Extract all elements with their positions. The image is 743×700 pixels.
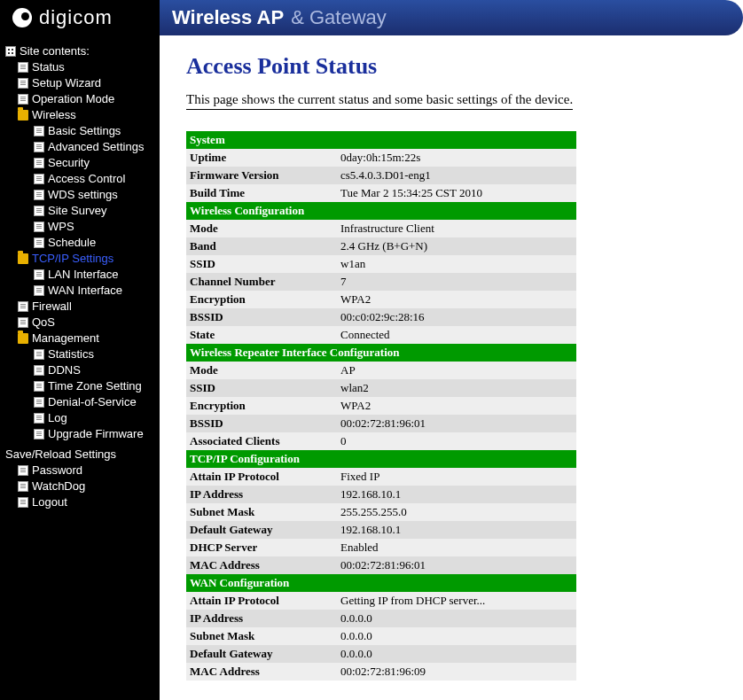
page-icon — [34, 413, 44, 424]
tree-item-link[interactable]: Log — [48, 410, 67, 426]
tree-item-row[interactable]: Advanced Settings — [5, 139, 154, 155]
tree-item-row[interactable]: QoS — [5, 315, 154, 331]
tree-item-link[interactable]: Access Control — [48, 171, 125, 187]
tree-item-link[interactable]: Statistics — [48, 346, 94, 362]
tree-item[interactable]: Access Control — [5, 171, 154, 187]
tree-item[interactable]: WatchDog — [5, 478, 154, 494]
tree-item[interactable]: Statistics — [5, 346, 154, 362]
tree-item-link[interactable]: QoS — [32, 315, 55, 331]
tree-item[interactable]: WPS — [5, 219, 154, 235]
tree-item[interactable]: WDS settings — [5, 187, 154, 203]
tree-item-link[interactable]: WatchDog — [32, 478, 85, 494]
tree-item[interactable]: Operation Mode — [5, 91, 154, 107]
tree-item-link[interactable]: TCP/IP Settings — [32, 251, 113, 267]
tree-item[interactable]: Log — [5, 410, 154, 426]
tree-item-row[interactable]: Logout — [5, 494, 154, 510]
tree-item-row[interactable]: LAN Interface — [5, 267, 154, 283]
tree-item-row[interactable]: TCP/IP Settings — [5, 251, 154, 267]
tree-item[interactable]: QoS — [5, 315, 154, 331]
tree-item-row[interactable]: DDNS — [5, 362, 154, 378]
tree-item-link[interactable]: Logout — [32, 494, 67, 510]
tree-item-row[interactable]: WDS settings — [5, 187, 154, 203]
tree-item-link[interactable]: LAN Interface — [48, 267, 119, 283]
tree-item[interactable]: Security — [5, 155, 154, 171]
tree-item-row[interactable]: WAN Interface — [5, 283, 154, 299]
tree-item-link[interactable]: WAN Interface — [48, 283, 122, 299]
table-key: Mode — [186, 362, 337, 379]
table-value: 0 — [337, 432, 576, 450]
table-value: 0.0.0.0 — [337, 627, 576, 645]
tree-item-row[interactable]: Operation Mode — [5, 91, 154, 107]
tree-item-link[interactable]: Schedule — [48, 235, 96, 251]
page-icon — [34, 174, 44, 184]
tree-item-row[interactable]: Log — [5, 410, 154, 426]
tree-item-row[interactable]: WatchDog — [5, 478, 154, 494]
tree-root-icon — [5, 46, 16, 57]
tree-item[interactable]: Denial-of-Service — [5, 394, 154, 410]
table-key: Subnet Mask — [186, 503, 337, 521]
tree-item[interactable]: Time Zone Setting — [5, 378, 154, 394]
tree-item[interactable]: Schedule — [5, 235, 154, 251]
tree-item[interactable]: Management — [5, 331, 154, 346]
page-icon — [34, 190, 44, 200]
page-icon — [34, 349, 44, 360]
tree-item-link[interactable]: Firewall — [32, 299, 72, 315]
table-row: Associated Clients0 — [186, 432, 576, 450]
tree-item[interactable]: Upgrade Firmware — [5, 426, 154, 442]
tree-item-link[interactable]: Wireless — [32, 107, 76, 123]
tree-item[interactable]: TCP/IP Settings — [5, 251, 154, 267]
tree-item-link[interactable]: Status — [32, 59, 65, 75]
tree-item[interactable]: Advanced Settings — [5, 139, 154, 155]
tree-item[interactable]: Status — [5, 59, 154, 75]
tree-item[interactable]: Firewall — [5, 299, 154, 315]
section-header: Wireless Configuration — [186, 202, 576, 220]
tree-item[interactable]: Setup Wizard — [5, 75, 154, 91]
tree-item-link[interactable]: Site Survey — [48, 203, 106, 219]
tree-item[interactable]: LAN Interface — [5, 267, 154, 283]
tree-item-link[interactable]: DDNS — [48, 362, 81, 378]
status-table: SystemUptime0day:0h:15m:22sFirmware Vers… — [186, 131, 576, 681]
tree-item-row[interactable]: Wireless — [5, 107, 154, 123]
table-value: 192.168.10.1 — [337, 521, 576, 539]
tree-item-row[interactable]: Denial-of-Service — [5, 394, 154, 410]
table-value: 0.0.0.0 — [337, 610, 576, 627]
folder-icon — [18, 253, 28, 264]
tree-item-row[interactable]: Basic Settings — [5, 123, 154, 139]
tree-item-row[interactable]: WPS — [5, 219, 154, 235]
tree-item-row[interactable]: Firewall — [5, 299, 154, 315]
tree-root[interactable]: Site contents: — [5, 44, 154, 58]
tree-item-row[interactable]: Statistics — [5, 346, 154, 362]
tree-item-link[interactable]: Management — [32, 331, 99, 346]
tree-item[interactable]: Basic Settings — [5, 123, 154, 139]
tree-item-row[interactable]: Security — [5, 155, 154, 171]
tree-item[interactable]: WAN Interface — [5, 283, 154, 299]
tree-item-row[interactable]: Schedule — [5, 235, 154, 251]
tree-item-row[interactable]: Status — [5, 59, 154, 75]
tree-item-link[interactable]: Setup Wizard — [32, 75, 101, 91]
table-value: 255.255.255.0 — [337, 503, 576, 521]
tree-item-row[interactable]: Management — [5, 331, 154, 346]
tree-item-link[interactable]: Denial-of-Service — [48, 394, 137, 410]
tree-item[interactable]: Password — [5, 463, 154, 478]
tree-item-link[interactable]: Upgrade Firmware — [48, 426, 144, 442]
tree-item-link[interactable]: WDS settings — [48, 187, 118, 203]
tree-item-link[interactable]: Advanced Settings — [48, 139, 144, 155]
tree-root2[interactable]: Save/Reload Settings — [5, 447, 154, 461]
tree-item-link[interactable]: Basic Settings — [48, 123, 121, 139]
tree-item[interactable]: Site Survey — [5, 203, 154, 219]
tree-item-row[interactable]: Time Zone Setting — [5, 378, 154, 394]
table-key: Uptime — [186, 149, 337, 167]
tree-item-link[interactable]: WPS — [48, 219, 74, 235]
tree-item[interactable]: Logout — [5, 494, 154, 510]
tree-item-row[interactable]: Setup Wizard — [5, 75, 154, 91]
tree-item[interactable]: Wireless — [5, 107, 154, 123]
tree-item-link[interactable]: Password — [32, 463, 82, 478]
tree-item-row[interactable]: Site Survey — [5, 203, 154, 219]
tree-item-row[interactable]: Password — [5, 463, 154, 478]
tree-item-link[interactable]: Operation Mode — [32, 91, 114, 107]
tree-item-link[interactable]: Time Zone Setting — [48, 378, 142, 394]
tree-item[interactable]: DDNS — [5, 362, 154, 378]
tree-item-link[interactable]: Security — [48, 155, 90, 171]
tree-item-row[interactable]: Access Control — [5, 171, 154, 187]
tree-item-row[interactable]: Upgrade Firmware — [5, 426, 154, 442]
